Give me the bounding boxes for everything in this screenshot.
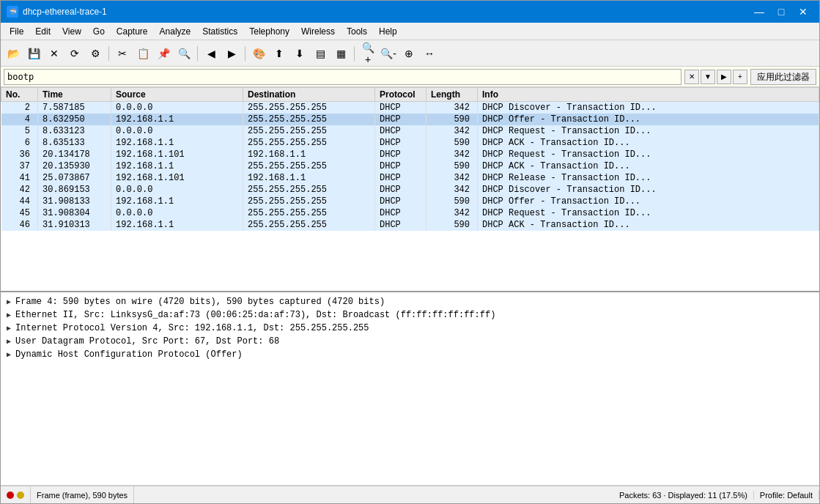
- toolbar-zoomin-btn[interactable]: 🔍+: [358, 44, 377, 63]
- filter-dropdown-btn[interactable]: ▶: [717, 70, 731, 84]
- toolbar-save-btn[interactable]: 💾: [24, 44, 43, 63]
- table-row[interactable]: 2 7.587185 0.0.0.0 255.255.255.255 DHCP …: [1, 102, 819, 114]
- detail-row[interactable]: ▶Internet Protocol Version 4, Src: 192.1…: [1, 322, 819, 335]
- cell-info: DHCP Release - Transaction ID...: [478, 172, 819, 184]
- filter-plus-btn[interactable]: +: [733, 70, 747, 84]
- table-row[interactable]: 42 30.869153 0.0.0.0 255.255.255.255 DHC…: [1, 184, 819, 196]
- toolbar-prefs-btn[interactable]: ⚙: [86, 44, 105, 63]
- cell-len: 590: [426, 160, 478, 172]
- toolbar-copy-btn[interactable]: 📋: [133, 44, 152, 63]
- packet-table: No. Time Source Destination Protocol Len…: [1, 87, 819, 231]
- cell-info: DHCP ACK - Transaction ID...: [478, 137, 819, 149]
- toolbar-down-btn[interactable]: ⬇: [290, 44, 309, 63]
- detail-row[interactable]: ▶Frame 4: 590 bytes on wire (4720 bits),…: [1, 295, 819, 308]
- cell-dst: 255.255.255.255: [243, 114, 375, 125]
- col-header-source[interactable]: Source: [111, 88, 243, 102]
- table-row[interactable]: 37 20.135930 192.168.1.1 255.255.255.255…: [1, 160, 819, 172]
- table-row[interactable]: 36 20.134178 192.168.1.101 192.168.1.1 D…: [1, 149, 819, 160]
- col-header-time[interactable]: Time: [38, 88, 111, 102]
- minimize-button[interactable]: —: [749, 4, 769, 20]
- cell-info: DHCP Request - Transaction ID...: [478, 125, 819, 137]
- cell-time: 31.910313: [38, 219, 111, 231]
- maximize-button[interactable]: □: [771, 4, 791, 20]
- menu-go[interactable]: Go: [87, 25, 111, 38]
- cell-no: 46: [1, 219, 38, 231]
- expand-arrow-0[interactable]: ▶: [7, 297, 11, 306]
- detail-row[interactable]: ▶Dynamic Host Configuration Protocol (Of…: [1, 348, 819, 361]
- cell-len: 342: [426, 149, 478, 160]
- cell-len: 590: [426, 114, 478, 125]
- table-row[interactable]: 44 31.908133 192.168.1.1 255.255.255.255…: [1, 196, 819, 207]
- menu-tools[interactable]: Tools: [341, 25, 373, 38]
- expand-arrow-4[interactable]: ▶: [7, 350, 11, 359]
- window-title: dhcp-ethereal-trace-1: [23, 7, 749, 17]
- toolbar-sep-4: [354, 46, 355, 61]
- table-row[interactable]: 45 31.908304 0.0.0.0 255.255.255.255 DHC…: [1, 207, 819, 219]
- cell-src: 192.168.1.1: [111, 137, 243, 149]
- menu-analyze[interactable]: Analyze: [154, 25, 197, 38]
- detail-row[interactable]: ▶Ethernet II, Src: LinksysG_da:af:73 (00…: [1, 308, 819, 322]
- toolbar-find-btn[interactable]: 🔍: [174, 44, 193, 63]
- toolbar-layout2-btn[interactable]: ▦: [331, 44, 350, 63]
- title-bar: 🦈 dhcp-ethereal-trace-1 — □ ✕: [1, 1, 819, 23]
- menu-edit[interactable]: Edit: [29, 25, 56, 38]
- menu-help[interactable]: Help: [373, 25, 403, 38]
- detail-text-2: Internet Protocol Version 4, Src: 192.16…: [15, 323, 369, 333]
- col-header-protocol[interactable]: Protocol: [375, 88, 426, 102]
- menu-telephony[interactable]: Telephony: [243, 25, 295, 38]
- toolbar-resize-btn[interactable]: ↔: [420, 44, 439, 63]
- filter-bookmark-btn[interactable]: ▼: [701, 70, 715, 84]
- apply-filter-btn[interactable]: 应用此过滤器: [750, 69, 816, 85]
- detail-panel[interactable]: ▶Frame 4: 590 bytes on wire (4720 bits),…: [1, 292, 819, 486]
- toolbar-zoomout-btn[interactable]: 🔍-: [379, 44, 398, 63]
- expand-arrow-1[interactable]: ▶: [7, 311, 11, 319]
- cell-len: 342: [426, 125, 478, 137]
- col-header-no[interactable]: No.: [1, 88, 38, 102]
- record-indicator: [7, 492, 14, 499]
- table-row[interactable]: 46 31.910313 192.168.1.1 255.255.255.255…: [1, 219, 819, 231]
- detail-row[interactable]: ▶User Datagram Protocol, Src Port: 67, D…: [1, 335, 819, 348]
- toolbar-back-btn[interactable]: ◀: [202, 44, 221, 63]
- cell-time: 25.073867: [38, 172, 111, 184]
- filter-clear-btn[interactable]: ✕: [684, 70, 699, 84]
- toolbar-reload-btn[interactable]: ⟳: [65, 44, 84, 63]
- status-bar: Frame (frame), 590 bytes Packets: 63 · D…: [1, 486, 819, 503]
- status-indicators: [7, 492, 24, 499]
- menu-statistics[interactable]: Statistics: [196, 25, 243, 38]
- table-row[interactable]: 6 8.635133 192.168.1.1 255.255.255.255 D…: [1, 137, 819, 149]
- cell-src: 0.0.0.0: [111, 207, 243, 219]
- packet-list[interactable]: No. Time Source Destination Protocol Len…: [1, 87, 819, 292]
- cell-no: 44: [1, 196, 38, 207]
- toolbar-fwd-btn[interactable]: ▶: [222, 44, 241, 63]
- menu-file[interactable]: File: [4, 25, 29, 38]
- cell-dst: 255.255.255.255: [243, 125, 375, 137]
- toolbar-colorize-btn[interactable]: 🎨: [249, 44, 268, 63]
- table-row[interactable]: 5 8.633123 0.0.0.0 255.255.255.255 DHCP …: [1, 125, 819, 137]
- toolbar-sep-3: [245, 46, 245, 61]
- cell-no: 36: [1, 149, 38, 160]
- menu-capture[interactable]: Capture: [111, 25, 154, 38]
- cell-info: DHCP Discover - Transaction ID...: [478, 184, 819, 196]
- toolbar-cut-btn[interactable]: ✂: [113, 44, 132, 63]
- table-row[interactable]: 4 8.632950 192.168.1.1 255.255.255.255 D…: [1, 114, 819, 125]
- filter-input[interactable]: [4, 69, 682, 85]
- table-row[interactable]: 41 25.073867 192.168.1.101 192.168.1.1 D…: [1, 172, 819, 184]
- expand-arrow-3[interactable]: ▶: [7, 337, 11, 346]
- menu-view[interactable]: View: [56, 25, 87, 38]
- expand-arrow-2[interactable]: ▶: [7, 324, 11, 333]
- toolbar-up-btn[interactable]: ⬆: [270, 44, 289, 63]
- col-header-info[interactable]: Info: [478, 88, 819, 102]
- toolbar-open-btn[interactable]: 📂: [4, 44, 23, 63]
- cell-time: 31.908304: [38, 207, 111, 219]
- cell-dst: 255.255.255.255: [243, 184, 375, 196]
- cell-len: 590: [426, 137, 478, 149]
- menu-wireless[interactable]: Wireless: [295, 25, 341, 38]
- col-header-length[interactable]: Length: [426, 88, 478, 102]
- toolbar-paste-btn[interactable]: 📌: [154, 44, 173, 63]
- toolbar-layout-btn[interactable]: ▤: [311, 44, 330, 63]
- col-header-destination[interactable]: Destination: [243, 88, 375, 102]
- cell-time: 8.635133: [38, 137, 111, 149]
- toolbar-zoom100-btn[interactable]: ⊕: [399, 44, 418, 63]
- close-button[interactable]: ✕: [793, 4, 813, 20]
- toolbar-close-btn[interactable]: ✕: [45, 44, 64, 63]
